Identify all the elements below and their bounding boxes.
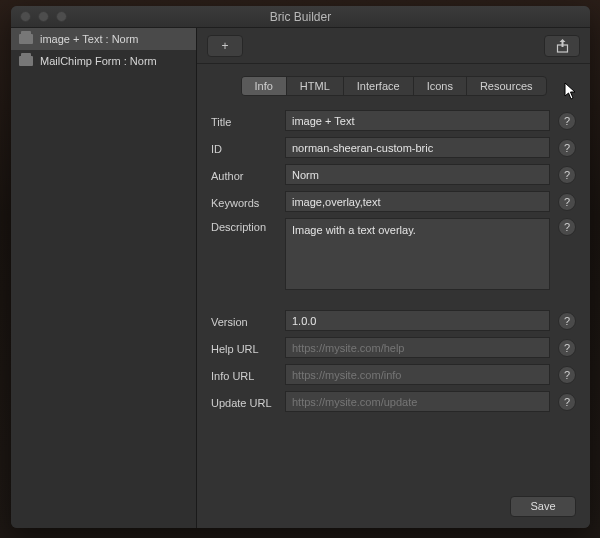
input-keywords[interactable] [285, 191, 550, 212]
row-update-url: Update URL ? [211, 391, 576, 412]
input-info-url[interactable] [285, 364, 550, 385]
help-button[interactable]: ? [558, 366, 576, 384]
footer: Save [197, 484, 590, 528]
add-button[interactable]: + [207, 35, 243, 57]
bric-icon [19, 34, 33, 44]
titlebar: Bric Builder [11, 6, 590, 28]
row-help-url: Help URL ? [211, 337, 576, 358]
help-button[interactable]: ? [558, 112, 576, 130]
tab-interface[interactable]: Interface [344, 77, 414, 95]
plus-icon: + [221, 39, 228, 53]
row-author: Author ? [211, 164, 576, 185]
help-button[interactable]: ? [558, 339, 576, 357]
bric-icon [19, 56, 33, 66]
tab-resources[interactable]: Resources [467, 77, 546, 95]
label-id: ID [211, 140, 285, 155]
tab-info[interactable]: Info [242, 77, 287, 95]
help-button[interactable]: ? [558, 193, 576, 211]
input-id[interactable] [285, 137, 550, 158]
tab-segment: Info HTML Interface Icons Resources [241, 76, 547, 96]
label-description: Description [211, 218, 285, 233]
help-button[interactable]: ? [558, 218, 576, 236]
tabs-row: Info HTML Interface Icons Resources [197, 64, 590, 106]
label-update-url: Update URL [211, 394, 285, 409]
help-button[interactable]: ? [558, 393, 576, 411]
input-help-url[interactable] [285, 337, 550, 358]
tab-icons[interactable]: Icons [414, 77, 467, 95]
label-author: Author [211, 167, 285, 182]
input-update-url[interactable] [285, 391, 550, 412]
input-author[interactable] [285, 164, 550, 185]
app-window: Bric Builder image + Text : Norm MailChi… [11, 6, 590, 528]
sidebar-item-label: image + Text : Norm [40, 33, 139, 45]
main-panel: + Info HTML Interface Icons Resources [197, 28, 590, 528]
row-keywords: Keywords ? [211, 191, 576, 212]
form-divider [211, 296, 576, 310]
row-info-url: Info URL ? [211, 364, 576, 385]
help-button[interactable]: ? [558, 312, 576, 330]
sidebar-item-label: MailChimp Form : Norm [40, 55, 157, 67]
label-info-url: Info URL [211, 367, 285, 382]
sidebar: image + Text : Norm MailChimp Form : Nor… [11, 28, 197, 528]
label-help-url: Help URL [211, 340, 285, 355]
row-description: Description ? [211, 218, 576, 290]
label-keywords: Keywords [211, 194, 285, 209]
share-button[interactable] [544, 35, 580, 57]
share-icon [556, 39, 569, 53]
help-button[interactable]: ? [558, 139, 576, 157]
row-title: Title ? [211, 110, 576, 131]
window-body: image + Text : Norm MailChimp Form : Nor… [11, 28, 590, 528]
row-id: ID ? [211, 137, 576, 158]
cursor-icon [564, 82, 578, 100]
form-area: Title ? ID ? Author ? Keywords [197, 106, 590, 484]
toolbar: + [197, 28, 590, 64]
save-button[interactable]: Save [510, 496, 576, 517]
input-version[interactable] [285, 310, 550, 331]
label-version: Version [211, 313, 285, 328]
sidebar-item-mailchimp-form[interactable]: MailChimp Form : Norm [11, 50, 196, 72]
input-title[interactable] [285, 110, 550, 131]
row-version: Version ? [211, 310, 576, 331]
help-button[interactable]: ? [558, 166, 576, 184]
input-description[interactable] [285, 218, 550, 290]
label-title: Title [211, 113, 285, 128]
sidebar-item-image-text[interactable]: image + Text : Norm [11, 28, 196, 50]
tab-html[interactable]: HTML [287, 77, 344, 95]
window-title: Bric Builder [11, 10, 590, 24]
